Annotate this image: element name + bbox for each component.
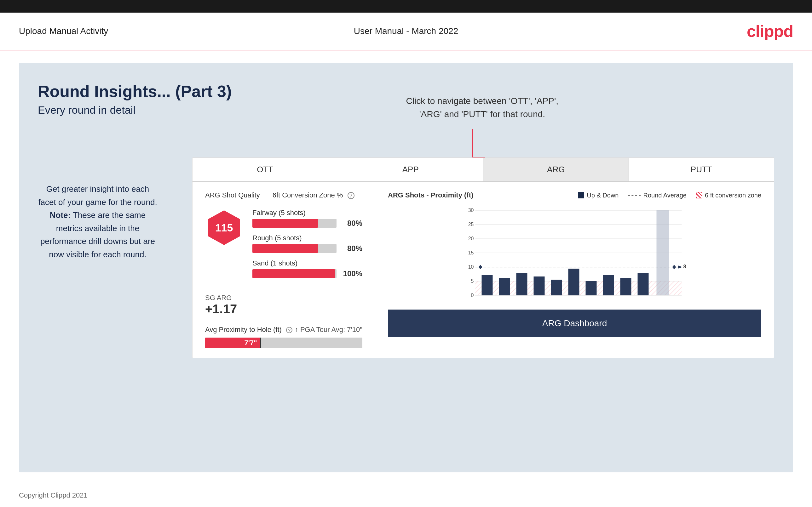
rough-label: Rough (5 shots) bbox=[252, 234, 362, 242]
conversion-zone-label: 6ft Conversion Zone % ? bbox=[272, 191, 354, 199]
svg-text:20: 20 bbox=[468, 236, 474, 241]
proximity-cursor bbox=[260, 338, 261, 348]
legend-dashes-icon bbox=[628, 195, 641, 195]
info-icon[interactable]: ? bbox=[348, 192, 354, 199]
arg-dashboard-button[interactable]: ARG Dashboard bbox=[388, 309, 761, 337]
svg-text:8: 8 bbox=[683, 264, 686, 269]
hex-score-badge: 115 bbox=[205, 209, 243, 246]
svg-rect-30 bbox=[620, 278, 631, 295]
svg-marker-33 bbox=[478, 265, 483, 269]
rough-bar-fill bbox=[252, 244, 318, 253]
chart-area: 30 25 20 15 10 5 0 bbox=[388, 206, 761, 306]
tab-putt[interactable]: PUTT bbox=[629, 158, 774, 181]
legend-6ft: 6 ft conversion zone bbox=[696, 192, 761, 199]
legend-6ft-label: 6 ft conversion zone bbox=[705, 192, 761, 199]
legend-up-down: Up & Down bbox=[578, 192, 618, 199]
chart-legend: Up & Down Round Average 6 ft conversion … bbox=[578, 192, 761, 199]
svg-marker-35 bbox=[678, 266, 682, 269]
nav-instruction: Click to navigate between 'OTT', 'APP', … bbox=[406, 95, 559, 121]
left-description: Get greater insight into each facet of y… bbox=[38, 183, 158, 261]
fairway-pct: 80% bbox=[340, 219, 362, 228]
chart-header: ARG Shots - Proximity (ft) Up & Down Rou… bbox=[388, 191, 761, 199]
card-body: ARG Shot Quality 6ft Conversion Zone % ?… bbox=[193, 182, 774, 358]
rough-pct: 80% bbox=[340, 244, 362, 253]
svg-rect-28 bbox=[586, 281, 597, 295]
tabs-container: OTT APP ARG PUTT bbox=[193, 158, 774, 182]
proximity-info-icon[interactable]: ? bbox=[286, 327, 292, 333]
fairway-label: Fairway (5 shots) bbox=[252, 209, 362, 217]
arg-shot-quality-label: ARG Shot Quality bbox=[205, 191, 260, 199]
fairway-bar-fill bbox=[252, 219, 318, 228]
sg-label: SG ARG bbox=[205, 294, 362, 302]
svg-rect-21 bbox=[657, 210, 669, 295]
main-content: Round Insights... (Part 3) Every round i… bbox=[19, 63, 793, 472]
footer: Copyright Clippd 2021 bbox=[0, 485, 812, 506]
copyright-text: Copyright Clippd 2021 bbox=[19, 491, 88, 499]
note-label: Note: bbox=[50, 210, 70, 220]
proximity-pga: ↑ PGA Tour Avg: 7'10" bbox=[295, 326, 362, 334]
header-left-text: Upload Manual Activity bbox=[19, 26, 108, 36]
tab-ott[interactable]: OTT bbox=[193, 158, 338, 181]
sg-section: SG ARG +1.17 bbox=[205, 294, 362, 316]
sand-label: Sand (1 shots) bbox=[252, 259, 362, 267]
fairway-bar-track bbox=[252, 219, 337, 228]
left-panel: ARG Shot Quality 6ft Conversion Zone % ?… bbox=[193, 182, 375, 358]
svg-text:15: 15 bbox=[468, 250, 474, 256]
svg-text:10: 10 bbox=[468, 264, 474, 270]
clippd-logo: clippd bbox=[747, 22, 793, 41]
proximity-section: Avg Proximity to Hole (ft) ? ↑ PGA Tour … bbox=[205, 326, 362, 348]
svg-text:30: 30 bbox=[468, 208, 474, 213]
proximity-value: 7'7" bbox=[245, 339, 257, 347]
chart-svg: 30 25 20 15 10 5 0 bbox=[388, 206, 761, 306]
svg-text:5: 5 bbox=[471, 278, 474, 284]
top-bar bbox=[0, 0, 812, 13]
svg-rect-31 bbox=[638, 273, 649, 295]
panel-header: ARG Shot Quality 6ft Conversion Zone % ? bbox=[205, 191, 362, 199]
rough-bar-track bbox=[252, 244, 337, 253]
proximity-label: Avg Proximity to Hole (ft) ? bbox=[205, 326, 292, 334]
header: Upload Manual Activity User Manual - Mar… bbox=[0, 13, 812, 50]
hexagon-container: 115 Fairway (5 shots) 80% bbox=[205, 209, 362, 284]
tab-app[interactable]: APP bbox=[338, 158, 484, 181]
svg-text:25: 25 bbox=[468, 222, 474, 227]
proximity-header: Avg Proximity to Hole (ft) ? ↑ PGA Tour … bbox=[205, 326, 362, 334]
chart-title: ARG Shots - Proximity (ft) bbox=[388, 191, 473, 199]
legend-square-icon bbox=[578, 192, 584, 199]
svg-text:0: 0 bbox=[471, 292, 474, 298]
svg-rect-25 bbox=[534, 277, 545, 295]
svg-rect-27 bbox=[568, 269, 579, 295]
proximity-bar: 7'7" bbox=[205, 338, 362, 348]
svg-rect-23 bbox=[499, 278, 510, 295]
svg-rect-29 bbox=[603, 275, 614, 295]
sand-row: Sand (1 shots) 100% bbox=[252, 259, 362, 278]
proximity-bar-fill: 7'7" bbox=[205, 338, 260, 348]
hex-score-value: 115 bbox=[215, 222, 233, 234]
sg-value: +1.17 bbox=[205, 302, 362, 316]
svg-rect-26 bbox=[551, 280, 562, 295]
header-center-text: User Manual - March 2022 bbox=[354, 26, 458, 36]
svg-rect-22 bbox=[482, 275, 493, 295]
sand-pct: 100% bbox=[340, 269, 362, 278]
svg-rect-24 bbox=[516, 273, 527, 295]
rough-row: Rough (5 shots) 80% bbox=[252, 234, 362, 253]
tab-arg[interactable]: ARG bbox=[484, 158, 629, 181]
legend-round-avg: Round Average bbox=[628, 192, 687, 199]
sand-bar-track bbox=[252, 269, 337, 278]
fairway-row: Fairway (5 shots) 80% bbox=[252, 209, 362, 228]
sand-bar-fill bbox=[252, 269, 335, 278]
dashboard-card: OTT APP ARG PUTT ARG Shot Quality 6ft Co… bbox=[192, 158, 774, 358]
legend-round-avg-label: Round Average bbox=[643, 192, 687, 199]
right-panel: ARG Shots - Proximity (ft) Up & Down Rou… bbox=[375, 182, 774, 358]
legend-hatched-icon bbox=[696, 192, 702, 199]
shot-quality-bars: Fairway (5 shots) 80% Rough (5 shots) bbox=[252, 209, 362, 284]
svg-marker-34 bbox=[672, 265, 676, 269]
legend-up-down-label: Up & Down bbox=[587, 192, 618, 199]
